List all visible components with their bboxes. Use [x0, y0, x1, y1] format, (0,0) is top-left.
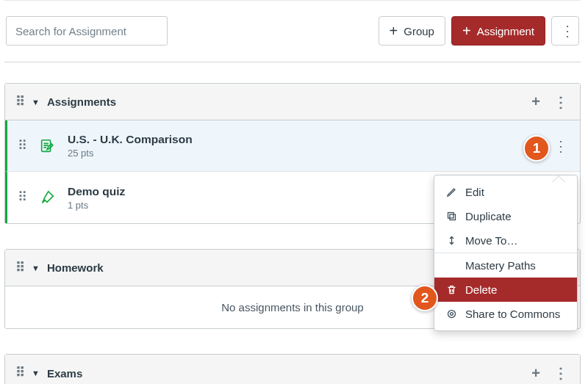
add-group-button[interactable]: Group: [379, 16, 445, 46]
caret-down-icon: ▼: [32, 369, 40, 377]
kebab-icon: [560, 23, 570, 38]
assignment-icon: [37, 138, 57, 154]
assignment-points: 25 pts: [68, 148, 193, 159]
toolbar-more-button[interactable]: [551, 16, 579, 46]
group-exams: ▼ Exams: [4, 354, 581, 384]
add-group-label: Group: [404, 25, 434, 37]
drag-handle-icon[interactable]: [15, 100, 24, 104]
duplicate-icon: [445, 211, 458, 222]
group-more-button[interactable]: [552, 364, 570, 382]
assignment-row[interactable]: U.S. - U.K. Comparison 25 pts: [5, 120, 580, 172]
add-assignment-label: Assignment: [477, 25, 534, 37]
context-menu: Edit Duplicate Move To… Mastery Paths De…: [434, 175, 578, 331]
pencil-icon: [445, 186, 458, 198]
move-icon: [445, 235, 458, 246]
quiz-icon: [37, 189, 57, 206]
group-title: Homework: [47, 261, 104, 274]
drag-handle-icon[interactable]: [15, 266, 24, 270]
caret-down-icon: ▼: [32, 264, 40, 272]
drag-handle-icon[interactable]: [18, 144, 26, 148]
svg-rect-2: [448, 213, 453, 219]
svg-point-3: [448, 311, 455, 318]
commons-icon: [445, 308, 458, 319]
callout-badge-1: 1: [523, 135, 550, 162]
assignment-points: 1 pts: [68, 200, 125, 211]
menu-label: Delete: [465, 283, 497, 296]
plus-icon: [390, 23, 398, 38]
svg-rect-1: [450, 214, 456, 220]
menu-label: Move To…: [465, 234, 517, 247]
group-header[interactable]: ▼ Assignments: [5, 84, 580, 120]
menu-duplicate[interactable]: Duplicate: [434, 204, 577, 228]
trash-icon: [445, 284, 458, 295]
menu-edit[interactable]: Edit: [434, 180, 577, 204]
group-more-button[interactable]: [552, 93, 570, 111]
search-input[interactable]: [6, 16, 168, 46]
group-title: Exams: [47, 367, 82, 380]
group-add-button[interactable]: [527, 93, 545, 110]
toolbar: Group Assignment: [4, 16, 581, 62]
group-add-button[interactable]: [527, 365, 545, 382]
add-assignment-button[interactable]: Assignment: [451, 16, 545, 46]
menu-share-commons[interactable]: Share to Commons: [434, 302, 577, 326]
assignment-title: Demo quiz: [68, 185, 125, 198]
drag-handle-icon[interactable]: [15, 371, 24, 375]
group-title: Assignments: [47, 95, 116, 108]
callout-badge-2: 2: [412, 285, 438, 311]
plus-icon: [462, 23, 471, 38]
svg-point-4: [450, 313, 453, 316]
group-header[interactable]: ▼ Exams: [5, 355, 580, 384]
menu-label: Mastery Paths: [465, 259, 536, 272]
menu-mastery-paths[interactable]: Mastery Paths: [434, 253, 577, 278]
menu-label: Edit: [465, 186, 484, 198]
drag-handle-icon[interactable]: [18, 195, 26, 200]
menu-move-to[interactable]: Move To…: [434, 228, 577, 253]
caret-down-icon: ▼: [32, 98, 40, 106]
assignment-title: U.S. - U.K. Comparison: [68, 133, 193, 146]
row-more-button[interactable]: [552, 137, 570, 155]
menu-delete[interactable]: Delete: [434, 278, 577, 302]
menu-label: Duplicate: [465, 210, 512, 222]
menu-label: Share to Commons: [465, 308, 560, 320]
